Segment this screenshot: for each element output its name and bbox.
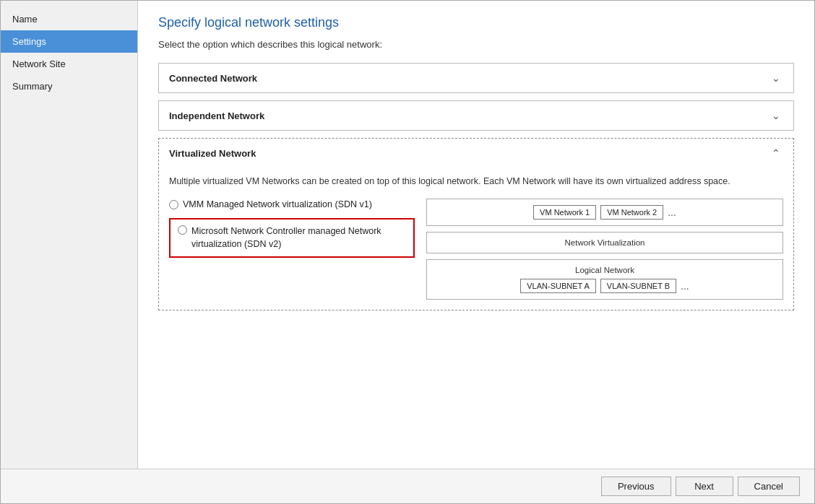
diagram-network-virtualization: Network Virtualization <box>426 232 783 253</box>
sidebar-item-name[interactable]: Name <box>1 8 137 30</box>
radio-sdnv1[interactable] <box>169 200 178 209</box>
virtualized-network-label: Virtualized Network <box>169 148 256 159</box>
virtualized-network-description: Multiple virtualized VM Networks can be … <box>169 175 783 188</box>
accordion-header-connected[interactable]: Connected Network ⌄ <box>159 64 793 92</box>
ellipsis-icon-1: ... <box>668 207 676 218</box>
logical-network-label: Logical Network <box>434 266 775 274</box>
vlan-subnet-a-tag: VLAN-SUBNET A <box>520 279 596 293</box>
accordion-virtualized-network: Virtualized Network ⌃ Multiple virtualiz… <box>158 138 794 310</box>
options-row: VMM Managed Network virtualization (SDN … <box>169 199 783 300</box>
radio-label-sdnv2: Microsoft Network Controller managed Net… <box>191 225 406 251</box>
accordion-header-virtualized[interactable]: Virtualized Network ⌃ <box>159 139 793 168</box>
virtualized-network-body: Multiple virtualized VM Networks can be … <box>159 168 793 310</box>
sidebar-item-network-site[interactable]: Network Site <box>1 53 137 75</box>
next-button[interactable]: Next <box>676 477 733 496</box>
footer: Previous Next Cancel <box>1 469 814 503</box>
cancel-button[interactable]: Cancel <box>738 477 800 496</box>
vm-network-1-tag: VM Network 1 <box>533 205 596 220</box>
diagram-vm-networks: VM Network 1 VM Network 2 ... <box>426 199 783 226</box>
diagram-logical-network: Logical Network VLAN-SUBNET A VLAN-SUBNE… <box>426 259 783 300</box>
chevron-down-icon-2: ⌄ <box>769 108 783 123</box>
highlight-box-sdnv2: Microsoft Network Controller managed Net… <box>169 218 415 258</box>
sidebar-item-summary[interactable]: Summary <box>1 75 137 97</box>
vlan-subnet-b-tag: VLAN-SUBNET B <box>600 279 676 293</box>
radio-group: VMM Managed Network virtualization (SDN … <box>169 199 415 258</box>
accordion-header-independent[interactable]: Independent Network ⌄ <box>159 101 793 130</box>
independent-network-label: Independent Network <box>169 110 264 121</box>
sidebar-item-settings[interactable]: Settings <box>1 30 137 53</box>
chevron-up-icon: ⌃ <box>769 146 783 160</box>
radio-label-sdnv1: VMM Managed Network virtualization (SDN … <box>183 199 372 212</box>
radio-option-sdnv1[interactable]: VMM Managed Network virtualization (SDN … <box>169 199 415 212</box>
connected-network-label: Connected Network <box>169 73 257 84</box>
sidebar: Name Settings Network Site Summary <box>1 1 138 469</box>
accordion-connected-network[interactable]: Connected Network ⌄ <box>158 63 794 93</box>
page-title: Specify logical network settings <box>158 15 794 30</box>
diagram-area: VM Network 1 VM Network 2 ... Network Vi… <box>426 199 783 300</box>
main-content: Specify logical network settings Select … <box>138 1 814 469</box>
previous-button[interactable]: Previous <box>601 477 671 496</box>
subtitle: Select the option which describes this l… <box>158 39 794 50</box>
accordion-independent-network[interactable]: Independent Network ⌄ <box>158 100 794 131</box>
radio-sdnv2[interactable] <box>178 225 187 235</box>
logical-network-row: VLAN-SUBNET A VLAN-SUBNET B ... <box>434 279 775 293</box>
dialog: Name Settings Network Site Summary Speci… <box>1 1 814 469</box>
ellipsis-icon-2: ... <box>681 280 689 292</box>
vm-network-2-tag: VM Network 2 <box>600 205 663 220</box>
chevron-down-icon: ⌄ <box>769 71 783 85</box>
